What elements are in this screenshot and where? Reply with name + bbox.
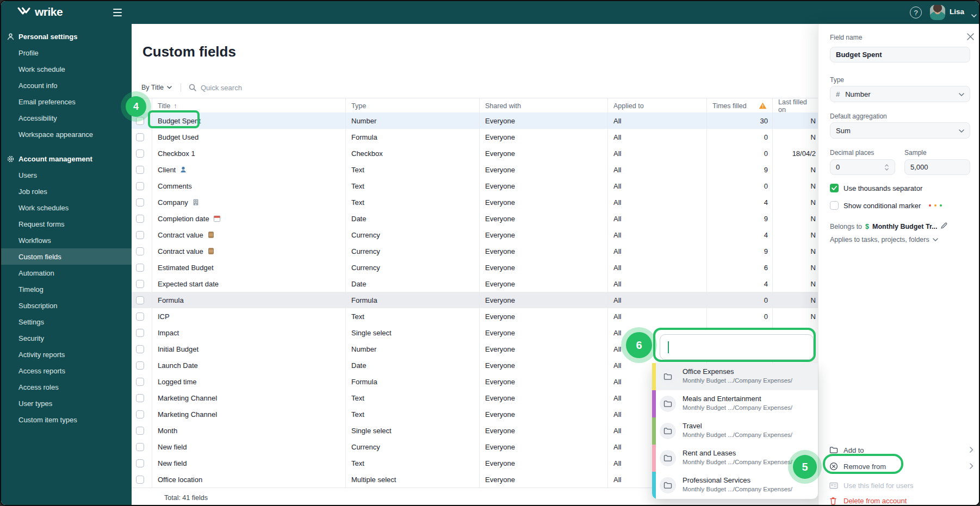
- row-shared-with: Everyone: [485, 149, 515, 158]
- row-type-cell: Text: [345, 390, 479, 406]
- scroll-icon: [207, 231, 215, 239]
- table-row[interactable]: Budget UsedFormulaEveryoneAll0N: [132, 129, 818, 146]
- row-times-filled: 0: [764, 296, 768, 304]
- row-checkbox[interactable]: [136, 149, 144, 158]
- row-type: Text: [351, 313, 364, 321]
- row-checkbox[interactable]: [136, 476, 144, 484]
- table-row[interactable]: CompanyTextEveryoneAll4N: [132, 194, 818, 211]
- sidebar-item-settings[interactable]: Settings: [1, 314, 149, 330]
- thousands-separator-checkbox[interactable]: Use thousands separator: [830, 184, 922, 192]
- column-header-times-filled[interactable]: Times filled: [706, 98, 772, 113]
- sidebar-item-automation[interactable]: Automation: [1, 265, 149, 281]
- table-row[interactable]: Contract valueCurrencyEveryoneAll4N: [132, 227, 818, 243]
- type-select[interactable]: # Number: [830, 86, 970, 102]
- action-delete-from-account[interactable]: Delete from account: [818, 493, 980, 506]
- sidebar-item-work-schedules[interactable]: Work schedules: [1, 199, 149, 216]
- sidebar-item-access-roles[interactable]: Access roles: [1, 379, 149, 395]
- sidebar-item-workflows[interactable]: Workflows: [1, 232, 149, 248]
- column-header-type[interactable]: Type: [345, 98, 479, 113]
- row-applied-to-cell: All: [607, 259, 706, 276]
- column-header-applied-to[interactable]: Applied to: [607, 98, 706, 113]
- table-row[interactable]: FormulaFormulaEveryoneAll0N: [132, 292, 818, 309]
- sidebar-item-timelog[interactable]: Timelog: [1, 281, 149, 297]
- quick-search-input[interactable]: Quick search: [189, 84, 242, 92]
- row-checkbox-cell: [132, 471, 152, 488]
- close-icon[interactable]: [965, 32, 975, 41]
- sidebar-item-access-reports[interactable]: Access reports: [1, 363, 149, 379]
- column-header-last-filled-on[interactable]: Last filled on: [772, 98, 818, 113]
- aggregation-select[interactable]: Sum: [830, 122, 970, 139]
- sidebar-item-account-info[interactable]: Account info: [1, 77, 149, 93]
- folder-search-input[interactable]: [660, 334, 814, 360]
- sidebar-item-custom-fields[interactable]: Custom fields: [1, 248, 149, 265]
- hamburger-menu-icon[interactable]: [113, 9, 122, 16]
- row-type: Text: [351, 198, 364, 207]
- sidebar-item-label: Workspace appearance: [18, 130, 93, 139]
- row-times-filled-cell: 6: [706, 259, 772, 276]
- conditional-marker-checkbox[interactable]: Show conditional marker: [830, 201, 942, 210]
- folder-option-meals-and-entertainment[interactable]: Meals and EntertainmentMonthly Budget ..…: [652, 390, 818, 417]
- decimal-places-stepper[interactable]: 0: [830, 159, 895, 175]
- row-title: Contract value: [158, 231, 203, 239]
- folder-option-professional-services[interactable]: Professional ServicesMonthly Budget .../…: [652, 472, 818, 499]
- edit-pencil-icon[interactable]: [940, 222, 948, 231]
- checkbox-unchecked-icon: [830, 201, 839, 210]
- sidebar-item-activity-reports[interactable]: Activity reports: [1, 346, 149, 363]
- row-shared-with-cell: Everyone: [479, 308, 607, 324]
- help-icon[interactable]: ?: [910, 7, 922, 18]
- sidebar-item-job-roles[interactable]: Job roles: [1, 183, 149, 199]
- folder-option-travel[interactable]: TravelMonthly Budget .../Company Expense…: [652, 417, 818, 445]
- table-row[interactable]: Estimated BudgetCurrencyEveryoneAll6N: [132, 259, 818, 276]
- applies-to-row[interactable]: Applies to tasks, projects, folders: [830, 236, 938, 243]
- sidebar-item-user-types[interactable]: User types: [1, 395, 149, 411]
- sidebar-item-subscription[interactable]: Subscription: [1, 297, 149, 314]
- user-name[interactable]: Lisa: [950, 8, 964, 16]
- table-row[interactable]: ClientTextEveryoneAll9N: [132, 161, 818, 178]
- wrike-logo[interactable]: wrike: [17, 5, 63, 18]
- row-title-cell: Company: [152, 194, 345, 210]
- row-type: Formula: [351, 296, 377, 304]
- user-menu-chevron-down-icon[interactable]: [971, 10, 977, 20]
- table-row[interactable]: Budget SpentNumberEveryoneAll30N: [132, 113, 818, 129]
- row-type: Text: [351, 182, 364, 190]
- row-applied-to: All: [613, 149, 621, 158]
- row-applied-to: All: [613, 459, 621, 467]
- row-title: New field: [158, 443, 187, 451]
- table-row[interactable]: Completion dateDateEveryoneAll9N: [132, 210, 818, 227]
- action-label: Use this field for users: [843, 482, 914, 490]
- action-label: Add to: [843, 446, 864, 454]
- table-row[interactable]: CommentsTextEveryoneAll0N: [132, 178, 818, 195]
- sidebar-item-users[interactable]: Users: [1, 167, 149, 183]
- row-title-cell: Contract value: [152, 243, 345, 259]
- row-title: Office location: [158, 476, 202, 484]
- row-last-filled-cell: N: [772, 276, 818, 292]
- folder-picker-dropdown: Office ExpensesMonthly Budget .../Compan…: [652, 363, 818, 499]
- stepper-arrows-icon[interactable]: [884, 164, 889, 171]
- sidebar-item-work-schedule[interactable]: Work schedule: [1, 61, 149, 77]
- sidebar-item-workspace-appearance[interactable]: Workspace appearance: [1, 126, 149, 142]
- field-details-panel: Field name Budget Spent Type # Number De…: [818, 24, 980, 506]
- row-last-filled-cell: N: [772, 113, 818, 129]
- row-shared-with-cell: Everyone: [479, 259, 607, 276]
- user-avatar[interactable]: [930, 5, 945, 20]
- sidebar-item-security[interactable]: Security: [1, 330, 149, 346]
- row-type-cell: Date: [345, 357, 479, 373]
- folder-option-office-expenses[interactable]: Office ExpensesMonthly Budget .../Compan…: [652, 363, 818, 390]
- row-type: Text: [351, 394, 364, 402]
- belongs-to-value[interactable]: Monthly Budget Tr...: [872, 223, 937, 230]
- row-checkbox[interactable]: [136, 459, 144, 467]
- sidebar-item-request-forms[interactable]: Request forms: [1, 216, 149, 232]
- table-row[interactable]: Expected start dateDateEveryoneAll4N: [132, 276, 818, 292]
- column-header-shared-with[interactable]: Shared with: [479, 98, 607, 113]
- column-header-label: Last filled on: [778, 98, 816, 113]
- field-name-input[interactable]: Budget Spent: [830, 47, 970, 63]
- table-row[interactable]: Checkbox 1CheckboxEveryoneAll018/04/2: [132, 145, 818, 162]
- sidebar-item-profile[interactable]: Profile: [1, 45, 149, 61]
- row-checkbox[interactable]: [136, 443, 144, 451]
- table-row[interactable]: ICPTextEveryoneAll0N: [132, 308, 818, 325]
- row-last-filled-cell: N: [772, 161, 818, 178]
- sidebar-item-custom-item-types[interactable]: Custom item types: [1, 411, 149, 428]
- table-row[interactable]: Contract valueCurrencyEveryoneAll9N: [132, 243, 818, 260]
- sidebar-item-label: Custom item types: [18, 416, 77, 424]
- belongs-to-row: Belongs to $ Monthly Budget Tr...: [830, 222, 948, 231]
